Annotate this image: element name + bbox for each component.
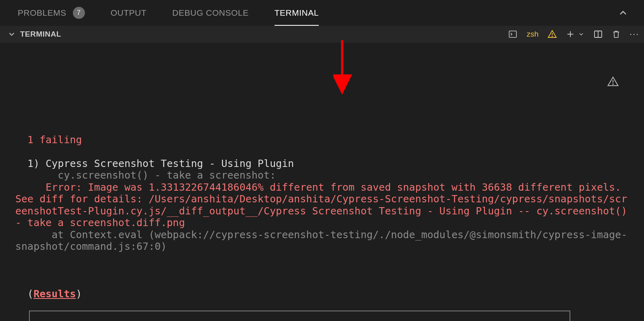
- split-terminal-icon[interactable]: [593, 29, 603, 39]
- terminal-profile-icon[interactable]: [508, 29, 518, 39]
- tab-debug-console-label: DEBUG CONSOLE: [172, 8, 249, 18]
- shell-warning-icon[interactable]: [547, 29, 557, 39]
- test-name: cy.screenshot() - take a screenshot:: [58, 169, 276, 181]
- suite-name: Cypress Screenshot Testing - Using Plugi…: [45, 158, 294, 169]
- shell-name[interactable]: zsh: [526, 30, 539, 39]
- terminal-header-title: TERMINAL: [20, 30, 61, 39]
- stack-trace: at Context.eval (webpack://cypress-scree…: [15, 229, 627, 253]
- tab-output-label: OUTPUT: [111, 8, 147, 18]
- tab-terminal-label: TERMINAL: [275, 8, 319, 26]
- new-terminal-icon[interactable]: [566, 30, 575, 39]
- terminal-header-chevron-icon[interactable]: [7, 30, 16, 39]
- results-box: Tests:1 Passing:0 Failing:1 Pending:0 Sk…: [29, 311, 570, 321]
- tab-output[interactable]: OUTPUT: [111, 8, 147, 18]
- panel-tabs: PROBLEMS 7 OUTPUT DEBUG CONSOLE TERMINAL: [0, 0, 644, 26]
- failing-count: 1 failing: [27, 134, 82, 146]
- error-message: Error: Image was 1.3313226744186046% dif…: [15, 181, 633, 229]
- tab-problems-label: PROBLEMS: [18, 8, 66, 18]
- kill-terminal-icon[interactable]: [612, 29, 621, 39]
- terminal-output[interactable]: 1 failing 1) Cypress Screenshot Testing …: [0, 43, 644, 321]
- tab-terminal[interactable]: TERMINAL: [275, 8, 319, 18]
- tab-problems[interactable]: PROBLEMS 7: [18, 7, 85, 19]
- more-actions-icon[interactable]: ···: [630, 29, 637, 39]
- svg-rect-0: [509, 31, 516, 37]
- problems-badge: 7: [73, 7, 85, 19]
- annotation-arrow-icon: [333, 40, 357, 97]
- test-number: 1): [27, 158, 39, 169]
- new-terminal-dropdown-icon[interactable]: [578, 31, 584, 37]
- terminal-header: TERMINAL zsh: [0, 26, 644, 43]
- tab-debug-console[interactable]: DEBUG CONSOLE: [172, 8, 249, 18]
- results-heading: (Results): [15, 288, 82, 300]
- svg-point-8: [613, 84, 613, 84]
- panel-collapse-chevron-icon[interactable]: [617, 7, 629, 21]
- terminal-actions: zsh ···: [508, 29, 637, 39]
- terminal-body-warning-icon[interactable]: [583, 64, 619, 102]
- svg-point-2: [552, 36, 552, 36]
